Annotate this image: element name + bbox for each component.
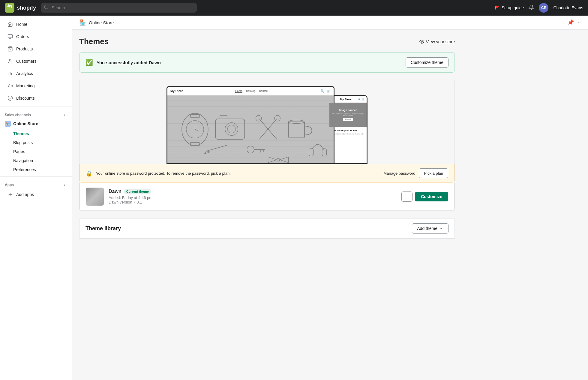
chevron-right-icon <box>63 113 67 117</box>
sidebar-products-label: Products <box>16 47 33 51</box>
mobile-section-text: Share information about your brand with <box>332 133 364 135</box>
theme-more-options-button[interactable]: ··· <box>401 192 413 202</box>
sidebar-item-discounts[interactable]: Discounts <box>2 92 69 104</box>
layout: Home Orders Products Customers Analytics <box>0 16 588 380</box>
svg-marker-35 <box>204 151 210 154</box>
sidebar-discounts-label: Discounts <box>16 96 34 101</box>
online-store-label: Online Store <box>13 121 38 126</box>
desktop-preview-icons: 🔍 🛒 <box>320 89 331 93</box>
topbar: shopify 🚩 Setup guide CE Charlotte Evans <box>0 0 588 16</box>
add-theme-button[interactable]: Add theme <box>412 223 448 234</box>
success-check-icon: ✅ <box>86 59 93 66</box>
svg-rect-30 <box>289 122 305 138</box>
setup-guide-button[interactable]: 🚩 Setup guide <box>495 5 524 10</box>
svg-rect-25 <box>220 115 227 119</box>
current-theme-badge: Current theme <box>124 189 151 194</box>
mobile-preview-body: Image banner Use overlay text to give yo… <box>329 103 367 163</box>
mobile-banner-title: Image banner <box>339 109 357 112</box>
view-store-button[interactable]: View your store <box>419 39 455 44</box>
sidebar-item-add-apps[interactable]: Add apps <box>2 188 69 201</box>
theme-library-header: Theme library Add theme <box>79 218 455 239</box>
analytics-icon <box>7 71 13 77</box>
page-header-bar: 🏪 Online Store 📌 ··· <box>72 16 588 30</box>
nav-home: Home <box>235 89 242 93</box>
sidebar-item-orders[interactable]: Orders <box>2 31 69 43</box>
sidebar-item-preferences[interactable]: Preferences <box>13 165 72 174</box>
more-options-header-button[interactable]: ··· <box>576 19 581 26</box>
page-header-actions: 📌 ··· <box>567 19 581 26</box>
customers-icon <box>7 58 13 64</box>
view-store-label: View your store <box>426 39 455 44</box>
customize-theme-button[interactable]: Customize theme <box>406 57 448 68</box>
desktop-preview: My Store Home Catalog Contact 🔍 🛒 <box>166 86 334 164</box>
success-banner: ✅ You successfully added Dawn Customize … <box>79 52 455 73</box>
mobile-store-name: My Store <box>340 98 351 101</box>
nav-contact: Contact <box>259 89 268 93</box>
logo[interactable]: shopify <box>5 3 36 13</box>
add-theme-label: Add theme <box>417 226 437 231</box>
sidebar-item-analytics[interactable]: Analytics <box>2 68 69 80</box>
marketing-icon <box>7 83 13 89</box>
chevron-down-icon <box>439 226 443 231</box>
apps-section: Apps <box>0 179 72 188</box>
svg-rect-32 <box>309 149 314 156</box>
svg-point-24 <box>227 125 236 133</box>
sidebar-item-marketing[interactable]: Marketing <box>2 80 69 92</box>
sidebar-item-themes[interactable]: Themes <box>13 129 72 138</box>
shopify-logo-icon <box>5 3 14 13</box>
desktop-preview-bar: My Store Home Catalog Contact 🔍 🛒 <box>167 87 334 95</box>
svg-line-34 <box>207 145 227 151</box>
online-store-header-icon: 🏪 <box>79 19 86 26</box>
mobile-banner-sub: Use overlay text to give your customers … <box>329 113 367 116</box>
products-icon <box>7 46 13 52</box>
sidebar-item-navigation[interactable]: Navigation <box>13 156 72 165</box>
sidebar-divider-1 <box>0 107 72 107</box>
svg-point-6 <box>9 59 11 61</box>
svg-rect-2 <box>8 35 13 38</box>
svg-rect-17 <box>190 114 199 117</box>
svg-point-36 <box>247 146 254 153</box>
sidebar-customers-label: Customers <box>16 59 37 64</box>
eye-icon <box>419 39 424 44</box>
theme-added: Added: Friday at 4:46 pm <box>109 195 397 200</box>
manage-password-button[interactable]: Manage password <box>383 171 415 176</box>
main-content: 🏪 Online Store 📌 ··· Themes View your st… <box>72 16 588 380</box>
theme-preview-images: My Store Home Catalog Contact 🔍 🛒 <box>80 79 454 164</box>
plus-icon <box>7 192 13 198</box>
sidebar-sub-menu: Themes Blog posts Pages Navigation Prefe… <box>0 129 72 174</box>
avatar: CE <box>539 3 548 13</box>
sidebar-item-products[interactable]: Products <box>2 43 69 55</box>
sidebar-marketing-label: Marketing <box>16 83 34 88</box>
svg-marker-10 <box>8 84 10 88</box>
svg-line-21 <box>195 129 199 131</box>
sales-channels-label: Sales channels <box>5 113 31 117</box>
theme-name-row: Dawn Current theme <box>109 189 397 194</box>
password-message: Your online store is password protected.… <box>96 171 380 176</box>
page-title: Themes <box>79 37 109 46</box>
sidebar-item-online-store[interactable]: 🏪 Online Store <box>0 118 72 129</box>
search-icon <box>44 5 48 11</box>
sales-channels-section: Sales channels <box>0 109 72 118</box>
notifications-button[interactable] <box>529 5 534 11</box>
sidebar-item-customers[interactable]: Customers <box>2 55 69 67</box>
user-name: Charlotte Evans <box>553 5 583 10</box>
theme-customize-button[interactable]: Customize <box>415 192 448 201</box>
online-store-icon: 🏪 <box>5 121 11 127</box>
lock-icon: 🔒 <box>86 170 92 177</box>
sidebar-analytics-label: Analytics <box>16 71 33 76</box>
search-preview-icon: 🔍 <box>320 89 325 93</box>
search-input[interactable] <box>41 3 197 13</box>
nav-catalog: Catalog <box>246 89 255 93</box>
pin-button[interactable]: 📌 <box>567 19 574 26</box>
theme-library-title: Theme library <box>86 225 121 232</box>
sidebar-item-pages[interactable]: Pages <box>13 147 72 156</box>
desktop-nav: Home Catalog Contact <box>235 89 268 93</box>
sidebar-item-blog-posts[interactable]: Blog posts <box>13 138 72 147</box>
theme-thumb-image <box>86 188 104 206</box>
password-bar: 🔒 Your online store is password protecte… <box>80 164 454 183</box>
pick-plan-button[interactable]: Pick a plan <box>419 168 448 178</box>
desktop-sketch <box>167 95 334 163</box>
sidebar-orders-label: Orders <box>16 34 29 39</box>
orders-icon <box>7 34 13 40</box>
sidebar-item-home[interactable]: Home <box>2 18 69 30</box>
